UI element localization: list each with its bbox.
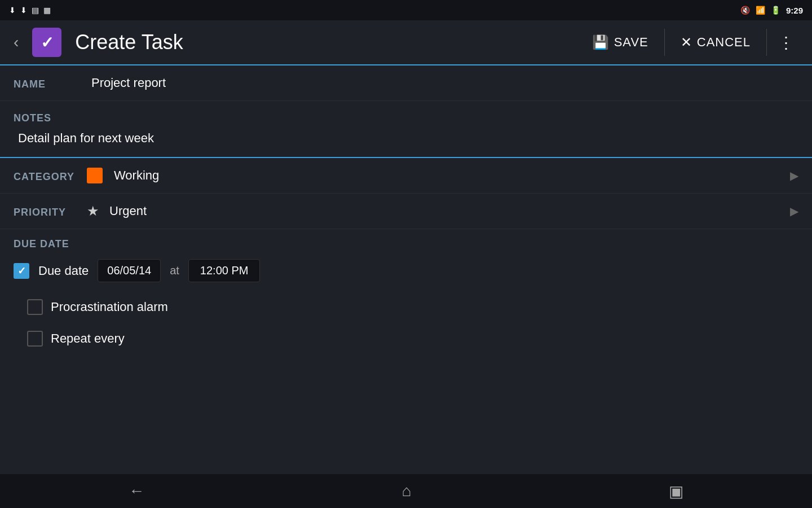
- name-row: NAME: [0, 65, 812, 101]
- home-nav-button[interactable]: ⌂: [379, 478, 434, 505]
- mute-icon: 🔇: [740, 6, 750, 15]
- due-date-value: 06/05/14: [107, 264, 151, 277]
- barcode-icon: ▦: [43, 6, 51, 15]
- category-color-box: [87, 168, 103, 183]
- notes-label: NOTES: [14, 110, 87, 124]
- storage-icon: ▤: [32, 6, 39, 15]
- time-picker[interactable]: 12:00 PM: [188, 259, 261, 282]
- priority-dropdown-icon: ▶: [790, 204, 798, 218]
- recents-nav-button[interactable]: ▣: [646, 478, 706, 505]
- action-divider: [664, 29, 665, 56]
- due-date-check-label: Due date: [38, 264, 89, 278]
- repeat-label: Repeat every: [51, 331, 125, 346]
- notes-input[interactable]: [14, 129, 798, 148]
- bottom-nav: ← ⌂ ▣: [0, 474, 812, 508]
- more-button[interactable]: ⋮: [769, 27, 803, 59]
- repeat-checkbox[interactable]: [27, 331, 43, 347]
- cancel-icon: ✕: [681, 34, 692, 50]
- due-date-row: Due date 06/05/14 at 12:00 PM: [14, 259, 798, 291]
- notes-row: NOTES: [0, 101, 812, 158]
- priority-label: PRIORITY: [14, 204, 87, 218]
- procrastination-row: Procrastination alarm: [14, 291, 798, 323]
- cancel-label: CANCEL: [697, 35, 751, 50]
- status-time: 9:29: [786, 6, 803, 15]
- procrastination-checkbox[interactable]: [27, 299, 43, 315]
- status-left-icons: ⬇ ⬇ ▤ ▦: [9, 6, 51, 15]
- main-content: NAME NOTES CATEGORY Working ▶ PRIORITY ★…: [0, 65, 812, 474]
- category-value: Working: [109, 167, 798, 184]
- name-label: NAME: [14, 76, 87, 90]
- app-icon: ✓: [32, 28, 61, 57]
- category-row[interactable]: CATEGORY Working ▶: [0, 158, 812, 194]
- at-text: at: [170, 264, 179, 277]
- cancel-button[interactable]: ✕ CANCEL: [667, 28, 764, 57]
- page-title: Create Task: [75, 30, 569, 54]
- download2-icon: ⬇: [20, 6, 27, 15]
- due-date-section: DUE DATE Due date 06/05/14 at 12:00 PM P…: [0, 229, 812, 359]
- category-label: CATEGORY: [14, 169, 87, 183]
- back-button[interactable]: ‹: [9, 29, 23, 56]
- battery-icon: 🔋: [771, 6, 780, 15]
- action-divider2: [766, 29, 767, 56]
- save-label: SAVE: [614, 35, 648, 50]
- status-right-icons: 🔇 📶 🔋 9:29: [740, 6, 803, 15]
- app-bar: ‹ ✓ Create Task 💾 SAVE ✕ CANCEL ⋮: [0, 20, 812, 65]
- save-icon: 💾: [592, 34, 610, 50]
- category-dropdown-icon: ▶: [790, 169, 798, 182]
- priority-row[interactable]: PRIORITY ★ Urgent ▶: [0, 194, 812, 229]
- procrastination-label: Procrastination alarm: [51, 300, 168, 314]
- back-nav-button[interactable]: ←: [106, 478, 167, 505]
- action-buttons: 💾 SAVE ✕ CANCEL ⋮: [579, 27, 803, 59]
- name-input[interactable]: [87, 75, 798, 91]
- due-date-picker[interactable]: 06/05/14: [98, 259, 161, 282]
- wifi-icon: 📶: [756, 6, 765, 15]
- priority-star-icon: ★: [87, 203, 99, 219]
- download1-icon: ⬇: [9, 6, 16, 15]
- save-button[interactable]: 💾 SAVE: [579, 28, 662, 57]
- priority-value: Urgent: [105, 203, 798, 220]
- checkmark-icon: ✓: [41, 33, 54, 52]
- due-date-checkbox[interactable]: [14, 263, 29, 279]
- repeat-row: Repeat every: [14, 323, 798, 354]
- status-bar: ⬇ ⬇ ▤ ▦ 🔇 📶 🔋 9:29: [0, 0, 812, 20]
- time-value: 12:00 PM: [200, 264, 249, 277]
- due-date-label: DUE DATE: [14, 238, 798, 250]
